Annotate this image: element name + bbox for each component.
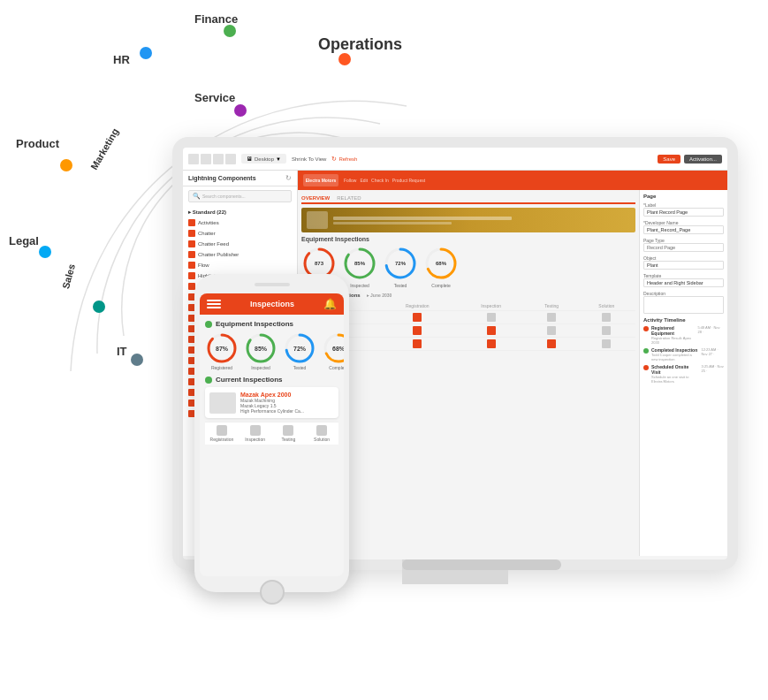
donut-label: Inspected (251, 365, 270, 370)
label-value[interactable]: Plant Record Page (643, 208, 724, 217)
label-finance: Finance (194, 12, 238, 26)
monitor-topbar: 🖥 Desktop ▼ Shrink To View ↻ Refresh Sav… (183, 148, 727, 171)
label-product: Product (16, 137, 59, 150)
td-sol (578, 311, 635, 324)
phone-section2-title: Current Inspections (205, 376, 338, 384)
activation-button[interactable]: Activation... (684, 155, 722, 164)
phone-tab[interactable]: Registration (205, 425, 239, 442)
th-testing: Testing (526, 301, 578, 311)
dot-marketing (60, 159, 72, 171)
field-object: Object Plant (643, 255, 724, 270)
th-inspection: Inspection (457, 301, 526, 311)
th-solution: Solution (578, 301, 635, 311)
phone-tabs: Registration Inspection Testing Solution (205, 422, 338, 445)
sidebar-item-icon (188, 251, 195, 258)
td-test (526, 311, 578, 324)
sidebar-item-label: Flow (198, 262, 209, 268)
phone-tab[interactable]: Testing (272, 425, 306, 442)
td-sol (578, 338, 635, 351)
donut-label: Tested (394, 283, 407, 288)
nav-checkin[interactable]: Check In (371, 178, 389, 183)
chevron-down-icon: ▼ (276, 156, 281, 162)
svg-text:873: 873 (315, 261, 324, 266)
phone-tab-label: Solution (314, 437, 330, 442)
svg-text:85%: 85% (255, 346, 268, 352)
phone-card-sub3: High Performance Cylinder Ca... (240, 408, 304, 414)
td-reg (378, 324, 457, 338)
sidebar-section-label: ▸ Standard (22) (183, 206, 297, 217)
sidebar-item[interactable]: Chatter Feed (183, 239, 297, 249)
label-legal: Legal (9, 234, 39, 247)
tab-overview[interactable]: OVERVIEW (301, 194, 330, 204)
sidebar-item[interactable]: Chatter Publisher (183, 249, 297, 260)
app-logo-text: Electra Motors (306, 178, 337, 183)
field-label: *Label Plant Record Page (643, 202, 724, 217)
td-test (526, 324, 578, 338)
sidebar-item-icon (188, 219, 195, 226)
dot-service (234, 104, 247, 117)
phone: Inspections 🔔 Equipment Inspections 87%R… (194, 274, 349, 592)
description-value[interactable] (643, 296, 724, 314)
phone-card[interactable]: Mazak Apex 2000 Mazak Machining Mazak Le… (205, 387, 338, 418)
label-it: IT (117, 345, 127, 358)
app-nav-items: Follow Edit Check In Product Request (344, 178, 425, 183)
phone-tab[interactable]: Solution (305, 425, 338, 442)
main-content: Electra Motors Follow Edit Check In Prod… (298, 171, 727, 556)
phone-tab-icon (316, 425, 327, 436)
phone-home-button[interactable] (260, 580, 285, 605)
td-reg (378, 311, 457, 324)
page-heading: Page (643, 194, 724, 199)
svg-text:85%: 85% (354, 261, 366, 266)
td-test (526, 338, 578, 351)
dot-legal (39, 246, 51, 258)
pagetype-value: Record Page (643, 243, 724, 252)
phone-tab-icon (283, 425, 293, 436)
undo-btn[interactable] (188, 154, 236, 164)
search-placeholder: Search components... (202, 194, 246, 199)
th-registration: Registration (378, 301, 457, 311)
phone-section1-title: Equipment Inspections (205, 320, 338, 328)
template-value[interactable]: Header and Right Sidebar (643, 278, 724, 287)
nav-product-request[interactable]: Product Request (392, 178, 425, 183)
tab-related[interactable]: RELATED (337, 194, 361, 202)
shrink-label: Shrink To View (292, 156, 326, 162)
date-range: ▸ June 2030 (367, 293, 392, 298)
dot-it (131, 354, 143, 366)
field-pagetype: Page Type Record Page (643, 238, 724, 252)
donut-label: Registered (211, 365, 232, 370)
phone-menu-icon[interactable] (207, 300, 221, 308)
sidebar-item-icon (188, 230, 195, 237)
monitor-stand (402, 559, 508, 584)
phone-container: Inspections 🔔 Equipment Inspections 87%R… (194, 274, 349, 610)
nav-edit[interactable]: Edit (360, 178, 368, 183)
phone-tab[interactable]: Inspection (239, 425, 272, 442)
sidebar-item[interactable]: Flow (183, 260, 297, 270)
object-value[interactable]: Plant (643, 261, 724, 270)
desktop-icon: 🖥 (247, 156, 253, 162)
timeline-item-1: Registered Equipment Registration Result… (643, 325, 724, 345)
sidebar-header: Lightning Components ↻ (183, 171, 297, 186)
desktop-selector[interactable]: 🖥 Desktop ▼ (241, 154, 286, 164)
phone-tab-label: Inspection (245, 437, 265, 442)
donut-label: Tested (293, 365, 307, 370)
refresh-btn[interactable]: ↻ Refresh (331, 156, 357, 163)
activity-timeline-header: Activity Timeline (643, 317, 724, 323)
sidebar-item[interactable]: Activities (183, 217, 297, 228)
sidebar-item-label: Activities (198, 220, 219, 225)
nav-follow[interactable]: Follow (344, 178, 356, 183)
phone-bell-icon[interactable]: 🔔 (323, 298, 337, 310)
devname-value[interactable]: Plant_Record_Page (643, 225, 724, 234)
charts-row: 873Registered85%Inspected72%Tested68%Com… (301, 246, 635, 288)
donut-chart: 72%Tested (283, 331, 316, 370)
timeline-item-3: Scheduled Onsite Visit Schedule an one v… (643, 364, 724, 384)
donut-chart: 72%Tested (383, 246, 418, 288)
field-devname: *Developer Name Plant_Record_Page (643, 220, 724, 234)
td-sol (578, 324, 635, 338)
svg-text:72%: 72% (395, 261, 407, 266)
sidebar-item[interactable]: Chatter (183, 228, 297, 239)
sidebar-search[interactable]: 🔍 Search components... (188, 190, 292, 202)
save-button[interactable]: Save (658, 155, 681, 164)
label-operations: Operations (318, 35, 402, 54)
label-service: Service (194, 91, 235, 104)
app-logo: Electra Motors (303, 174, 338, 186)
